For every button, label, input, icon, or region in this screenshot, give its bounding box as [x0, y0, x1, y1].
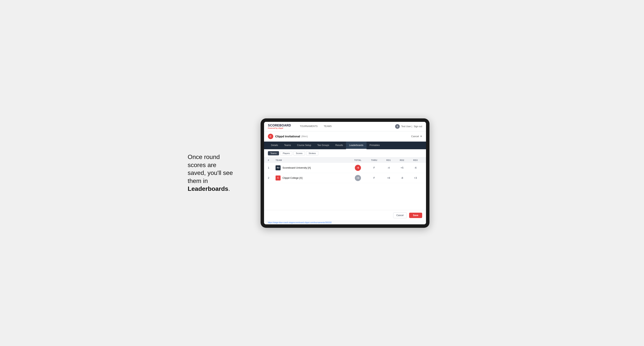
col-rank: #	[268, 159, 276, 161]
filter-teams[interactable]: Teams	[268, 151, 279, 155]
table-row: 1 SU Scoreboard University [A] -5 F -4 +…	[264, 163, 426, 173]
description-text: Once round scores are saved, you'll see …	[188, 153, 249, 193]
filter-row: Teams Players Scores Strokes	[264, 149, 426, 158]
col-team: TEAM	[276, 159, 349, 161]
col-total: TOTAL	[349, 159, 366, 161]
empty-area	[264, 183, 426, 210]
team-cell-2: C Clippd College [A]	[276, 175, 349, 180]
tab-tee-groups[interactable]: Tee Groups	[314, 142, 332, 149]
tablet-frame: SCOREBOARD Powered by clippd TOURNAMENTS…	[260, 118, 430, 228]
tab-details[interactable]: Details	[268, 142, 281, 149]
total-cell-1: -5	[349, 165, 366, 171]
filter-players[interactable]: Players	[280, 151, 292, 155]
col-rd2: RD2	[395, 159, 409, 161]
sign-out-link[interactable]: Sign out	[414, 125, 422, 128]
nav-right: S Test User | Sign out	[395, 124, 422, 129]
rank-1: 1	[268, 166, 276, 169]
tab-results[interactable]: Results	[332, 142, 346, 149]
tournament-subtitle: (Men)	[301, 135, 308, 138]
tournament-header: C Clippd Invitational (Men) Cancel ✕	[264, 131, 426, 142]
team-name-2: Clippd College [A]	[282, 176, 302, 179]
rd3-1: -6	[409, 166, 422, 169]
rd1-2: +8	[382, 176, 395, 179]
nav-teams[interactable]: TEAMS	[321, 122, 335, 131]
tab-teams[interactable]: Teams	[281, 142, 294, 149]
tournament-title: Clippd Invitational	[275, 135, 300, 138]
filter-scores[interactable]: Scores	[294, 151, 305, 155]
logo-sub: Powered by clippd	[268, 127, 291, 129]
nav-tournaments[interactable]: TOURNAMENTS	[297, 122, 321, 131]
filter-strokes[interactable]: Strokes	[306, 151, 318, 155]
close-icon: ✕	[420, 135, 422, 138]
table-header: # TEAM TOTAL THRU RD1 RD2 RD3	[264, 158, 426, 163]
cancel-bottom-button[interactable]: Cancel	[393, 212, 407, 218]
logo-area: SCOREBOARD Powered by clippd	[268, 124, 291, 129]
col-rd1: RD1	[382, 159, 395, 161]
nav-links: TOURNAMENTS TEAMS	[297, 122, 335, 131]
save-button[interactable]: Save	[409, 213, 422, 218]
bottom-footer: Cancel Save	[264, 210, 426, 220]
cancel-top-button[interactable]: Cancel ✕	[411, 135, 422, 138]
rd2-2: -8	[395, 176, 409, 179]
thru-2: F	[366, 176, 382, 179]
top-nav: SCOREBOARD Powered by clippd TOURNAMENTS…	[264, 122, 426, 131]
tab-leaderboards[interactable]: Leaderboards	[346, 142, 366, 149]
score-badge-2: +3	[355, 175, 361, 181]
rd3-2: +3	[409, 176, 422, 179]
url-bar: https://stage-blue-coach.stagescorerboar…	[264, 220, 426, 224]
tab-printables[interactable]: Printables	[366, 142, 383, 149]
thru-1: F	[366, 166, 382, 169]
tablet-screen: SCOREBOARD Powered by clippd TOURNAMENTS…	[264, 122, 426, 224]
score-badge-1: -5	[355, 165, 361, 171]
team-logo-1: SU	[276, 165, 280, 170]
tournament-icon: C	[268, 134, 273, 139]
col-thru: THRU	[366, 159, 382, 161]
table-row: 2 C Clippd College [A] +3 F +8 -8 +3	[264, 173, 426, 183]
team-name-1: Scoreboard University [A]	[282, 166, 311, 169]
team-cell-1: SU Scoreboard University [A]	[276, 165, 349, 170]
tab-course-setup[interactable]: Course Setup	[294, 142, 314, 149]
rank-2: 2	[268, 176, 276, 179]
rd2-1: +5	[395, 166, 409, 169]
logo-text: SCOREBOARD	[268, 124, 291, 127]
rd1-1: -4	[382, 166, 395, 169]
user-name: Test User |	[401, 125, 412, 128]
team-logo-2: C	[276, 175, 280, 180]
col-rd3: RD3	[409, 159, 422, 161]
user-avatar: S	[395, 124, 400, 129]
total-cell-2: +3	[349, 175, 366, 181]
sub-nav: Details Teams Course Setup Tee Groups Re…	[264, 142, 426, 149]
